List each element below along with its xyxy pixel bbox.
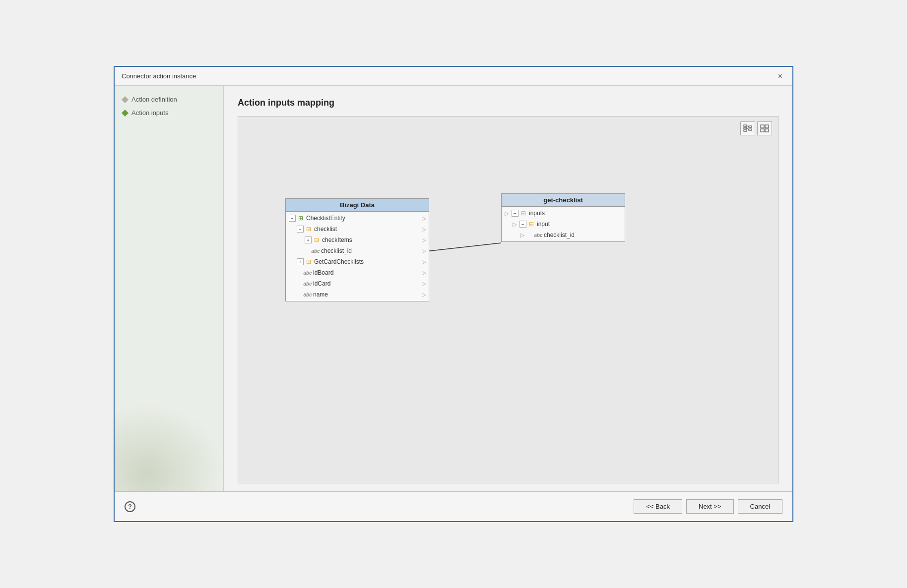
get-checklist-box: get-checklist ▷ − ⊟ inputs ▷ − xyxy=(501,193,625,242)
tree-row: − ⊞ ChecklistEntity ▷ xyxy=(286,213,429,224)
abc-icon: abc xyxy=(304,280,312,287)
tree-row-checklist-id: abc checklist_id ▷ xyxy=(302,245,429,256)
svg-rect-10 xyxy=(765,129,769,132)
mapping-area: Bizagi Data − ⊞ ChecklistEntity ▷ − ⊟ xyxy=(238,116,778,483)
arrow-icon: ▷ xyxy=(422,270,426,276)
sidebar-item-label: Action inputs xyxy=(131,109,168,117)
abc-icon: abc xyxy=(304,291,312,298)
close-button[interactable]: × xyxy=(775,71,785,81)
diamond-icon xyxy=(122,109,129,116)
svg-rect-2 xyxy=(744,130,747,131)
folder-icon: ⊟ xyxy=(313,236,321,243)
tree-row: abc idBoard ▷ xyxy=(294,267,429,278)
arrow-icon: ▷ xyxy=(422,226,426,233)
svg-rect-1 xyxy=(744,127,747,129)
title-bar: Connector action instance × xyxy=(115,67,792,86)
svg-rect-9 xyxy=(761,129,764,132)
diamond-icon xyxy=(122,96,129,103)
tree-row: + ⊟ checkItems ▷ xyxy=(302,235,429,245)
help-button[interactable]: ? xyxy=(125,501,135,512)
sidebar-item-action-definition[interactable]: Action definition xyxy=(123,96,215,103)
svg-line-11 xyxy=(426,243,501,251)
arrow-icon: ▷ xyxy=(422,281,426,287)
arrow-left-icon: ▷ xyxy=(505,210,509,217)
get-checklist-body: ▷ − ⊟ inputs ▷ − ⊟ input xyxy=(502,207,625,241)
next-button[interactable]: Next >> xyxy=(686,499,734,514)
mapping-view-button[interactable] xyxy=(740,121,755,135)
row-label: name xyxy=(313,291,328,298)
dialog: Connector action instance × Action defin… xyxy=(114,66,793,522)
row-label: input xyxy=(537,221,550,228)
row-label: idCard xyxy=(313,280,330,287)
footer: ? << Back Next >> Cancel xyxy=(115,491,792,521)
dialog-title: Connector action instance xyxy=(122,72,196,80)
expand-icon[interactable]: + xyxy=(305,236,312,243)
tree-row: ▷ − ⊟ input xyxy=(510,219,625,230)
footer-buttons: << Back Next >> Cancel xyxy=(634,499,782,514)
svg-rect-3 xyxy=(749,126,752,127)
page-title: Action inputs mapping xyxy=(238,98,778,108)
abc-icon: abc xyxy=(312,247,320,254)
folder-icon: ⊟ xyxy=(527,221,535,228)
arrow-icon: ▷ xyxy=(422,237,426,243)
tree-row: abc idCard ▷ xyxy=(294,278,429,289)
bizagi-data-header: Bizagi Data xyxy=(286,199,429,212)
sidebar-item-action-inputs[interactable]: Action inputs xyxy=(123,109,215,117)
row-label: checklist xyxy=(314,226,337,233)
abc-icon: abc xyxy=(534,232,542,238)
grid-view-button[interactable] xyxy=(757,121,772,135)
abc-icon: abc xyxy=(304,269,312,276)
expand-icon[interactable]: + xyxy=(297,258,304,265)
expand-icon[interactable]: − xyxy=(519,221,526,228)
arrow-left-icon: ▷ xyxy=(520,232,524,238)
row-label: checklist_id xyxy=(544,232,575,238)
sidebar-item-label: Action definition xyxy=(131,96,177,103)
bizagi-data-box: Bizagi Data − ⊞ ChecklistEntity ▷ − ⊟ xyxy=(285,198,429,301)
arrow-icon: ▷ xyxy=(422,215,426,222)
arrow-left-icon: ▷ xyxy=(513,221,517,228)
expand-icon[interactable]: − xyxy=(512,210,518,217)
tree-row: abc name ▷ xyxy=(294,289,429,300)
expand-icon[interactable]: − xyxy=(297,226,304,233)
folder-icon: ⊟ xyxy=(305,226,313,233)
svg-rect-8 xyxy=(765,125,769,128)
footer-left: ? xyxy=(125,501,135,512)
svg-rect-4 xyxy=(749,129,752,130)
arrow-icon: ▷ xyxy=(422,248,426,254)
tree-row: + ⊟ GetCardChecklists ▷ xyxy=(294,256,429,267)
expand-icon[interactable]: − xyxy=(289,215,296,222)
arrow-icon: ▷ xyxy=(422,259,426,265)
row-label: inputs xyxy=(529,210,545,217)
arrow-icon: ▷ xyxy=(422,292,426,298)
tree-row-checklist-id-right: ▷ abc checklist_id xyxy=(518,230,625,240)
tree-row: − ⊟ checklist ▷ xyxy=(294,224,429,235)
svg-rect-7 xyxy=(761,125,764,128)
sidebar: Action definition Action inputs xyxy=(115,86,224,491)
back-button[interactable]: << Back xyxy=(634,499,682,514)
folder-icon: ⊟ xyxy=(305,258,313,265)
row-label: idBoard xyxy=(313,269,333,276)
toolbar-icons xyxy=(740,121,772,135)
bizagi-data-body: − ⊞ ChecklistEntity ▷ − ⊟ checklist ▷ xyxy=(286,212,429,301)
tree-row: ▷ − ⊟ inputs xyxy=(502,208,625,219)
entity-icon: ⊞ xyxy=(297,215,305,222)
row-label: GetCardChecklists xyxy=(314,258,364,265)
row-label: checklist_id xyxy=(321,247,352,254)
svg-rect-0 xyxy=(744,125,747,126)
dialog-body: Action definition Action inputs Action i… xyxy=(115,86,792,491)
main-content: Action inputs mapping xyxy=(224,86,792,491)
get-checklist-header: get-checklist xyxy=(502,194,625,207)
row-label: ChecklistEntity xyxy=(306,215,345,222)
folder-icon: ⊟ xyxy=(519,210,527,217)
cancel-button[interactable]: Cancel xyxy=(738,499,782,514)
row-label: checkItems xyxy=(322,236,352,243)
